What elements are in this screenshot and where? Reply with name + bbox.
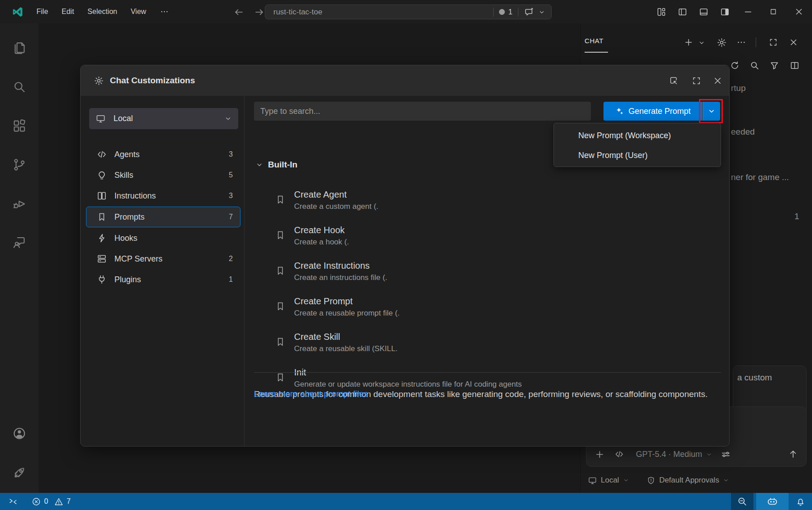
menu-item-new-prompt-workspace[interactable]: New Prompt (Workspace) (554, 126, 721, 145)
menu-item-new-prompt-user[interactable]: New Prompt (User) (554, 145, 721, 165)
source-control-tab[interactable] (12, 158, 27, 172)
chat-expand-button[interactable] (768, 37, 779, 48)
sidebar-item-label: Prompts (114, 212, 145, 222)
notifications-button[interactable] (789, 493, 812, 510)
chat-session-indicator[interactable]: 1 (494, 8, 518, 17)
chat-more-button[interactable] (736, 37, 747, 48)
nav-forward-button[interactable] (254, 7, 265, 18)
chevron-down-icon (698, 39, 705, 46)
workspace-search[interactable]: rust-tic-tac-toe (265, 8, 493, 17)
minimize-button[interactable] (735, 0, 761, 23)
split-editor-icon (789, 60, 800, 71)
item-title: Create Instructions (294, 261, 370, 271)
toggle-sidebar-button[interactable] (672, 0, 693, 23)
menu-file[interactable]: File (30, 4, 55, 19)
list-item-create-hook[interactable]: Create Hook Create a hook (. (267, 225, 699, 257)
dialog-close-button[interactable] (712, 75, 723, 86)
sidebar-item-instructions[interactable]: Instructions 3 (86, 185, 240, 206)
remote-indicator[interactable] (0, 493, 26, 510)
split-view-button[interactable] (789, 60, 800, 71)
comment-sparkle-icon (524, 7, 535, 17)
sidebar-item-plugins[interactable]: Plugins 1 (86, 269, 240, 290)
session-item-fragment[interactable]: rtup (731, 83, 746, 93)
arrow-right-icon (254, 7, 265, 18)
chat-button[interactable] (518, 7, 551, 17)
accounts-button[interactable] (12, 426, 27, 441)
run-debug-tab[interactable] (12, 197, 27, 211)
session-item-fragment[interactable]: ner for game ... (731, 172, 789, 182)
nav-back-button[interactable] (233, 7, 244, 18)
sidebar-item-hooks[interactable]: Hooks (86, 228, 240, 248)
toggle-panel-button[interactable] (693, 0, 714, 23)
vscode-logo (12, 6, 24, 18)
list-item-create-instructions[interactable]: Create Instructions Create an instructio… (267, 261, 699, 293)
server-icon (96, 253, 107, 264)
menu-edit[interactable]: Edit (55, 4, 81, 19)
extensions-tab[interactable] (12, 119, 27, 133)
open-in-editor-button[interactable] (668, 75, 679, 86)
ellipsis-icon (160, 7, 169, 16)
manage-button[interactable] (12, 465, 27, 480)
sidebar-item-count: 1 (229, 275, 233, 284)
model-picker[interactable]: GPT-5.4 · Medium (636, 450, 712, 459)
chat-sessions-tab[interactable] (12, 235, 27, 249)
arrow-up-icon (788, 449, 798, 460)
sidebar-item-prompts[interactable]: Prompts 7 (86, 207, 240, 227)
chat-close-button[interactable] (788, 37, 799, 48)
close-window-button[interactable] (786, 0, 812, 23)
customizations-search-input[interactable] (254, 102, 591, 121)
new-chat-button[interactable] (683, 37, 694, 48)
command-center[interactable]: rust-tic-tac-toe 1 (265, 5, 552, 19)
chevron-down-icon (723, 477, 729, 483)
mode-code-button[interactable] (612, 447, 626, 461)
scope-picker[interactable]: Local (588, 476, 629, 485)
chat-settings-button[interactable] (716, 37, 727, 48)
scope-dropdown-label: Local (113, 114, 133, 123)
builtin-section-header[interactable]: Built-In (255, 160, 297, 170)
annotation-highlight (699, 99, 723, 123)
generate-prompt-label: Generate Prompt (628, 107, 690, 116)
sidebar-item-label: Instructions (114, 191, 156, 201)
copilot-status[interactable] (756, 493, 789, 510)
zoom-indicator[interactable] (731, 493, 753, 510)
send-button[interactable] (786, 447, 800, 461)
session-item-fragment[interactable]: eeded (731, 127, 755, 137)
dialog-sidebar: Local Agents 3 Skills 5 Instructions 3 P… (81, 96, 245, 446)
customize-layout-button[interactable] (651, 0, 672, 23)
refresh-button[interactable] (729, 60, 740, 71)
menu-more[interactable] (153, 4, 176, 19)
attach-context-button[interactable] (593, 447, 606, 461)
learn-more-link[interactable]: Learn more about prompt files (254, 389, 368, 399)
search-tab[interactable] (12, 80, 27, 94)
approvals-picker[interactable]: Default Approvals (646, 476, 729, 485)
tools-button[interactable] (719, 447, 732, 461)
session-search-button[interactable] (749, 60, 760, 71)
debug-icon (12, 197, 27, 211)
tab-chat[interactable]: CHAT (585, 37, 603, 45)
sidebar-item-skills[interactable]: Skills 5 (86, 165, 240, 185)
list-item-create-prompt[interactable]: Create Prompt Create a reusable prompt f… (267, 296, 699, 329)
list-item-create-agent[interactable]: Create Agent Create a custom agent (. (267, 190, 699, 222)
dialog-header[interactable]: Chat Customizations (81, 65, 729, 96)
dialog-expand-button[interactable] (691, 75, 702, 86)
menu-selection[interactable]: Selection (81, 4, 124, 19)
error-icon (32, 497, 41, 506)
gear-icon (93, 75, 104, 86)
sidebar-item-mcp-servers[interactable]: MCP Servers 2 (86, 248, 240, 269)
filter-button[interactable] (769, 60, 780, 71)
menu-view[interactable]: View (124, 4, 153, 19)
explorer-tab[interactable] (12, 41, 27, 55)
maximize-button[interactable] (761, 0, 786, 23)
chevron-down-icon (538, 9, 545, 16)
generate-prompt-button[interactable]: Generate Prompt (603, 102, 702, 121)
sparkle-icon (615, 107, 624, 116)
refresh-icon (730, 60, 740, 71)
toggle-secondary-sidebar-button[interactable] (714, 0, 735, 23)
list-item-create-skill[interactable]: Create Skill Create a reusable skill (SK… (267, 332, 699, 364)
scope-dropdown[interactable]: Local (89, 108, 238, 129)
problems-indicator[interactable]: 0 7 (26, 497, 76, 506)
sidebar-item-agents[interactable]: Agents 3 (86, 144, 240, 165)
warning-icon (54, 497, 64, 506)
bookmark-icon (275, 265, 286, 276)
new-chat-dropdown[interactable] (698, 39, 706, 47)
